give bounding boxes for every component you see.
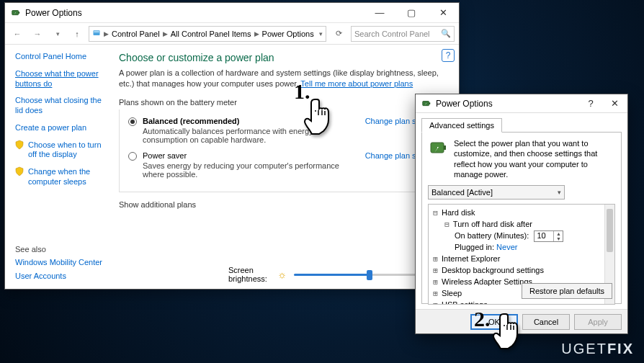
chevron-down-icon[interactable]: ▾ <box>319 30 323 37</box>
nav-forward-button[interactable]: → <box>30 26 45 42</box>
power-options-advanced-dialog: Power Options ? ✕ Advanced settings Sele… <box>415 94 628 334</box>
breadcrumb-l3[interactable]: Power Options <box>262 30 314 38</box>
help-button[interactable]: ? <box>442 49 455 62</box>
brightness-label: Screen brightness: <box>228 266 270 283</box>
see-also: See also Windows Mobility Center User Ac… <box>15 245 106 282</box>
nav-history-button[interactable]: ▾ <box>50 26 66 42</box>
tree-sleep[interactable]: Sleep <box>442 289 462 297</box>
control-panel-window: Power Options — ▢ ✕ ← → ▾ ↑ ▶ Control Pa… <box>4 2 460 290</box>
plan-balanced-name: Balanced (recommended) <box>143 117 359 125</box>
power-options-icon <box>11 8 21 18</box>
see-also-mobility[interactable]: Windows Mobility Center <box>15 258 106 268</box>
scrollbar-thumb[interactable] <box>607 209 613 252</box>
plan-saver-name: Power saver <box>143 151 359 160</box>
tree-usb[interactable]: USB settings <box>442 300 488 305</box>
chevron-down-icon: ▾ <box>558 189 561 196</box>
search-input[interactable]: Search Control Panel 🔍 <box>351 26 455 42</box>
tree-plugged-in-value[interactable]: Never <box>496 243 517 251</box>
battery-icon <box>428 138 448 158</box>
search-icon: 🔍 <box>441 29 451 38</box>
window-title: Power Options <box>25 8 82 18</box>
tree-ie[interactable]: Internet Explorer <box>442 254 500 263</box>
sidebar-power-buttons[interactable]: Choose what the power buttons do <box>15 69 106 89</box>
power-options-icon <box>421 99 431 109</box>
titlebar: Power Options — ▢ ✕ <box>5 3 459 23</box>
plan-select-dropdown[interactable]: Balanced [Active] ▾ <box>428 185 565 200</box>
sun-dim-icon: ☼ <box>277 269 287 280</box>
sidebar-sleep[interactable]: Change when the computer sleeps <box>28 167 106 187</box>
sidebar: Control Panel Home Choose what the power… <box>5 45 113 289</box>
sidebar-turn-off-display[interactable]: Choose when to turn off the display <box>28 140 106 161</box>
radio-power-saver[interactable] <box>128 152 137 161</box>
refresh-button[interactable]: ⟳ <box>331 26 346 42</box>
breadcrumb-l2[interactable]: All Control Panel Items <box>171 30 251 38</box>
tree-desktop-bg[interactable]: Desktop background settings <box>442 266 544 274</box>
breadcrumb[interactable]: ▶ Control Panel ▶ All Control Panel Item… <box>89 26 326 42</box>
tree-wifi[interactable]: Wireless Adapter Settings <box>442 277 532 286</box>
tree-plugged-in-label: Plugged in: <box>455 243 494 251</box>
navbar: ← → ▾ ↑ ▶ Control Panel ▶ All Control Pa… <box>5 23 459 45</box>
cancel-button[interactable]: Cancel <box>522 314 570 330</box>
tree-turn-off-after[interactable]: Turn off hard disk after <box>453 220 532 228</box>
see-also-users[interactable]: User Accounts <box>15 272 106 282</box>
close-button[interactable]: ✕ <box>427 3 459 22</box>
content-description: A power plan is a collection of hardware… <box>119 68 447 89</box>
watermark: UGETFIX <box>561 341 634 357</box>
plan-list: Balanced (recommended) Automatically bal… <box>119 109 447 192</box>
content-title: Choose or customize a power plan <box>119 52 447 63</box>
svg-rect-5 <box>429 102 431 104</box>
sidebar-home[interactable]: Control Panel Home <box>15 52 106 62</box>
search-placeholder: Search Control Panel <box>354 30 430 38</box>
maximize-button[interactable]: ▢ <box>395 3 427 22</box>
tab-advanced-settings[interactable]: Advanced settings <box>421 118 502 133</box>
ok-button[interactable]: OK <box>470 314 518 330</box>
minimize-button[interactable]: — <box>364 3 395 22</box>
breadcrumb-icon <box>92 29 101 39</box>
breadcrumb-l1[interactable]: Control Panel <box>112 30 160 38</box>
nav-up-button[interactable]: ↑ <box>70 27 84 41</box>
dialog-description: Select the power plan that you want to c… <box>454 138 615 179</box>
spin-up-icon[interactable]: ▲ <box>554 231 563 236</box>
brightness-slider[interactable] <box>294 274 431 276</box>
sidebar-create-plan[interactable]: Create a power plan <box>15 123 106 133</box>
apply-button[interactable]: Apply <box>574 314 622 330</box>
slider-thumb[interactable] <box>367 270 372 280</box>
show-additional-plans[interactable]: Show additional plans ⌄ <box>119 198 447 211</box>
dialog-button-row: OK Cancel Apply <box>416 309 627 333</box>
nav-back-button[interactable]: ← <box>9 26 25 42</box>
close-button[interactable]: ✕ <box>601 94 627 112</box>
help-button[interactable]: ? <box>580 94 601 112</box>
chevron-right-icon: ▶ <box>254 30 259 37</box>
see-also-header: See also <box>15 245 106 254</box>
tree-hard-disk[interactable]: Hard disk <box>442 208 475 217</box>
dialog-title: Power Options <box>436 99 493 109</box>
plan-balanced-desc: Automatically balances performance with … <box>143 127 359 144</box>
content-area: ? Choose or customize a power plan A pow… <box>113 45 459 289</box>
shield-icon <box>15 167 24 176</box>
tree-on-battery-label: On battery (Minutes): <box>455 231 529 240</box>
svg-rect-7 <box>444 145 446 150</box>
sidebar-close-lid[interactable]: Choose what closing the lid does <box>15 96 106 116</box>
tabstrip: Advanced settings <box>421 117 622 133</box>
shield-icon <box>15 140 24 149</box>
on-battery-minutes-input[interactable]: 10 ▲▼ <box>534 230 563 242</box>
radio-balanced[interactable] <box>128 117 137 126</box>
svg-rect-3 <box>94 31 99 32</box>
plans-section-label: Plans shown on the battery meter <box>119 98 447 107</box>
plan-saver-desc: Saves energy by reducing your computer's… <box>143 161 359 179</box>
svg-rect-1 <box>19 12 20 14</box>
chevron-right-icon: ▶ <box>104 30 109 37</box>
restore-plan-defaults-button[interactable]: Restore plan defaults <box>522 283 612 299</box>
spin-down-icon[interactable]: ▼ <box>554 236 563 241</box>
chevron-right-icon: ▶ <box>163 30 168 37</box>
plan-select-value: Balanced [Active] <box>431 188 493 197</box>
learn-more-link[interactable]: Tell me more about power plans <box>300 79 413 88</box>
